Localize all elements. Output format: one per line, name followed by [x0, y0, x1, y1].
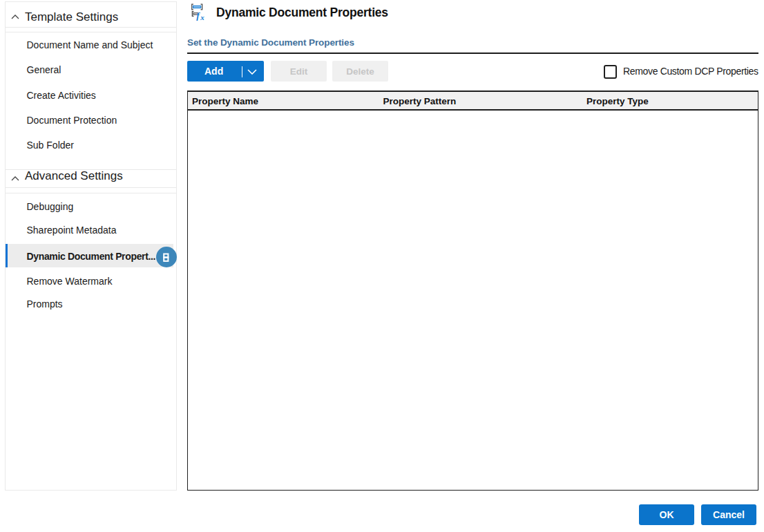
svg-text:f: f: [196, 10, 200, 21]
svg-text:x: x: [200, 13, 204, 21]
